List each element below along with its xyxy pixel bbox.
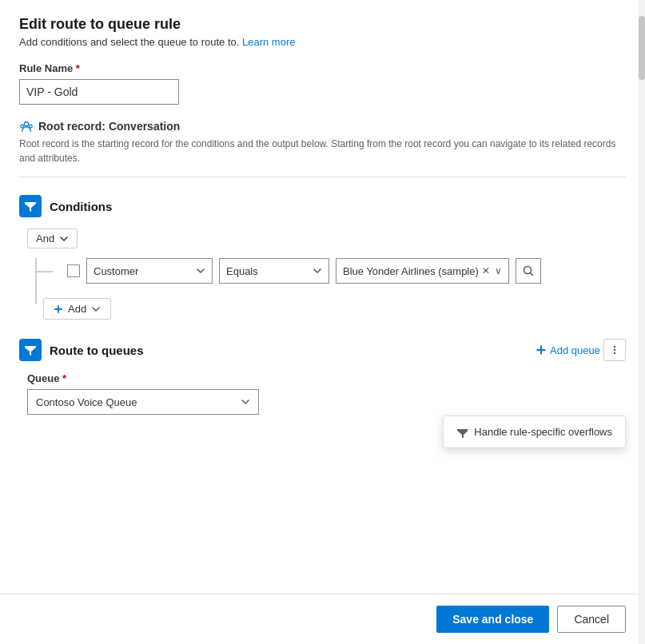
- and-dropdown[interactable]: And: [27, 229, 78, 248]
- conditions-icon: [24, 200, 37, 213]
- cancel-button[interactable]: Cancel: [557, 606, 626, 633]
- condition-field-dropdown[interactable]: Customer: [86, 258, 213, 284]
- add-queue-label: Add queue: [550, 344, 600, 356]
- add-chevron-icon: [91, 304, 101, 314]
- add-label: Add: [68, 303, 86, 315]
- add-queue-button[interactable]: Add queue: [536, 344, 600, 356]
- overflows-icon: [456, 427, 468, 438]
- page-container: Edit route to queue rule Add conditions …: [0, 0, 645, 644]
- overflow-item-label: Handle rule-specific overflows: [474, 426, 612, 438]
- queue-chevron-icon: [241, 397, 250, 407]
- queue-value: Contoso Voice Queue: [36, 396, 137, 408]
- handle-overflows-item[interactable]: Handle rule-specific overflows: [444, 419, 625, 444]
- root-record-description: Root record is the starting record for t…: [19, 137, 626, 165]
- learn-more-link[interactable]: Learn more: [242, 36, 295, 48]
- page-subtitle: Add conditions and select the queue to r…: [19, 36, 626, 48]
- conditions-section-title: Conditions: [50, 200, 112, 213]
- root-record-label: Root record: Conversation: [38, 120, 180, 133]
- page-title: Edit route to queue rule: [19, 16, 626, 33]
- queue-section: Queue * Contoso Voice Queue: [19, 372, 626, 415]
- route-header-left: Route to queues: [19, 339, 144, 361]
- condition-search-button[interactable]: [516, 258, 541, 284]
- route-queues-section: Route to queues Add queue: [19, 339, 626, 415]
- subtitle-text: Add conditions and select the queue to r…: [19, 36, 242, 48]
- search-icon: [522, 264, 535, 277]
- rule-name-label: Rule Name *: [19, 62, 626, 74]
- condition-operator-value: Equals: [226, 265, 258, 277]
- and-label: And: [36, 233, 54, 244]
- condition-value-clear[interactable]: ✕: [482, 266, 490, 276]
- add-condition-button[interactable]: Add: [43, 298, 111, 320]
- route-queues-header: Route to queues Add queue: [19, 339, 626, 361]
- connector-vertical: [35, 258, 37, 304]
- more-options-icon: [609, 344, 620, 356]
- scrollbar[interactable]: [639, 0, 645, 644]
- operator-chevron-icon: [313, 266, 322, 276]
- svg-point-0: [24, 122, 28, 126]
- root-record-section: Root record: Conversation Root record is…: [19, 119, 626, 177]
- add-icon: [54, 304, 63, 314]
- queue-required: *: [62, 372, 66, 384]
- condition-operator-dropdown[interactable]: Equals: [219, 258, 329, 284]
- condition-value-text: Blue Yonder Airlines (sample): [343, 265, 479, 277]
- rule-name-input[interactable]: [19, 79, 179, 105]
- route-icon: [24, 344, 37, 356]
- footer: Save and close Cancel: [0, 594, 645, 644]
- conditions-section: Conditions And: [19, 195, 626, 320]
- scrollbar-thumb[interactable]: [639, 16, 645, 80]
- more-options-button[interactable]: [603, 339, 626, 361]
- conditions-icon-box: [19, 195, 42, 217]
- svg-point-1: [21, 125, 24, 128]
- condition-checkbox[interactable]: [67, 264, 80, 277]
- root-record-icon: [19, 119, 34, 133]
- add-queue-icon: [536, 344, 547, 356]
- svg-point-2: [30, 125, 33, 128]
- condition-row-wrapper: Customer Equals: [43, 258, 626, 320]
- svg-point-6: [614, 352, 615, 354]
- route-section-title: Route to queues: [50, 344, 144, 357]
- condition-value-field[interactable]: Blue Yonder Airlines (sample) ✕ ∨: [336, 258, 509, 284]
- and-chevron-icon: [59, 234, 69, 244]
- condition-value-tag: Blue Yonder Airlines (sample) ✕: [343, 265, 490, 277]
- main-content: Edit route to queue rule Add conditions …: [0, 0, 645, 594]
- queue-dropdown[interactable]: Contoso Voice Queue: [27, 389, 259, 415]
- overflow-menu: Handle rule-specific overflows: [443, 415, 626, 448]
- condition-value-chevron: ∨: [495, 265, 502, 276]
- route-header-right: Add queue: [536, 339, 626, 361]
- field-chevron-icon: [196, 266, 205, 276]
- connector-horizontal: [35, 271, 53, 272]
- queue-field-label: Queue *: [27, 372, 626, 384]
- save-and-close-button[interactable]: Save and close: [436, 606, 549, 633]
- conditions-body: And Customer: [19, 229, 626, 320]
- conditions-header: Conditions: [19, 195, 626, 217]
- route-icon-box: [19, 339, 42, 361]
- required-indicator: *: [76, 62, 80, 74]
- svg-point-5: [614, 349, 615, 351]
- rule-name-section: Rule Name *: [19, 62, 626, 105]
- condition-row: Customer Equals: [67, 258, 626, 284]
- svg-point-4: [614, 346, 615, 348]
- root-record-title: Root record: Conversation: [19, 119, 626, 133]
- condition-field-value: Customer: [94, 265, 138, 277]
